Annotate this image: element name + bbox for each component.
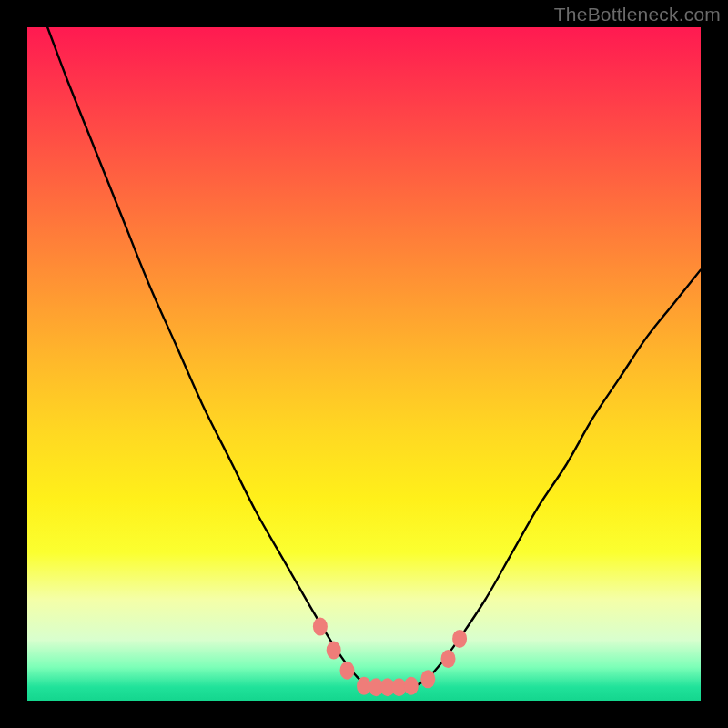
curve-markers	[313, 618, 467, 697]
watermark-text: TheBottleneck.com	[554, 4, 721, 25]
bottleneck-curve-svg	[27, 27, 701, 701]
curve-marker	[327, 642, 341, 660]
curve-marker	[340, 662, 355, 680]
curve-marker	[420, 670, 435, 688]
chart-plot-area	[27, 27, 701, 701]
curve-marker	[404, 677, 419, 695]
bottleneck-curve	[27, 27, 701, 688]
curve-marker	[441, 650, 456, 668]
curve-marker	[452, 630, 467, 648]
curve-marker	[313, 618, 328, 636]
chart-frame: TheBottleneck.com	[0, 0, 728, 728]
